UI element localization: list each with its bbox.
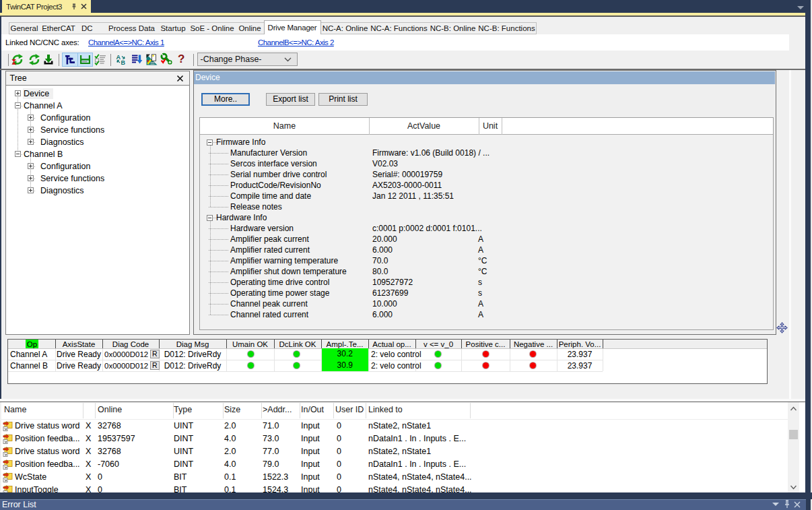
svg-text:A: A	[116, 54, 121, 61]
svg-text:B: B	[121, 59, 126, 65]
